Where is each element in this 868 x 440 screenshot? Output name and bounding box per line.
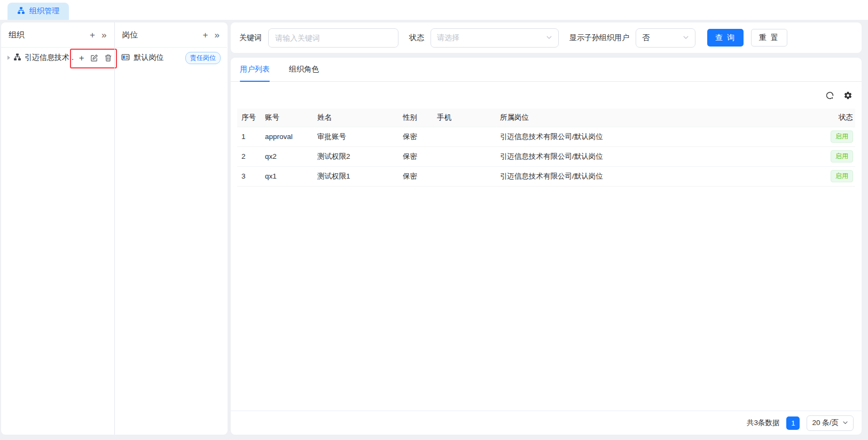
post-panel-header: 岗位 + » xyxy=(115,22,228,48)
cell-no: 2 xyxy=(237,146,261,166)
descendant-select-value: 否 xyxy=(642,33,650,43)
cell-name: 测试权限2 xyxy=(313,146,398,166)
tab-org-management[interactable]: 组织管理 xyxy=(7,3,69,20)
cell-name: 测试权限1 xyxy=(313,166,398,186)
status-badge: 启用 xyxy=(831,130,853,142)
descendant-label: 显示子孙组织用户 xyxy=(569,33,629,43)
settings-gear-icon[interactable] xyxy=(843,91,853,100)
col-header-no: 序号 xyxy=(237,109,261,127)
total-count-text: 共3条数据 xyxy=(747,418,780,428)
content-tabs: 用户列表 组织角色 xyxy=(231,58,862,82)
edit-org-icon[interactable] xyxy=(90,54,98,62)
tab-user-list[interactable]: 用户列表 xyxy=(240,58,270,81)
cell-phone xyxy=(433,166,496,186)
cell-no: 1 xyxy=(237,127,261,146)
left-panels-card: 组织 + » 引迈信息技术.. + xyxy=(1,22,228,435)
top-tab-strip: 组织管理 xyxy=(0,0,868,20)
col-header-post: 所属岗位 xyxy=(496,109,806,127)
col-header-status: 状态 xyxy=(806,109,855,127)
descendant-select[interactable]: 否 xyxy=(636,28,695,48)
post-badge: 责任岗位 xyxy=(185,52,221,64)
page-size-value: 20 条/页 xyxy=(812,418,839,428)
organization-tree-item[interactable]: 引迈信息技术.. + xyxy=(1,48,114,68)
col-header-account: 账号 xyxy=(261,109,313,127)
cell-account: approval xyxy=(261,127,313,146)
table-header-row: 序号 账号 姓名 性别 手机 所属岗位 状态 xyxy=(237,109,855,127)
org-node-icon xyxy=(13,53,21,63)
organization-panel-title: 组织 xyxy=(9,30,25,40)
organization-panel-header: 组织 + » xyxy=(1,22,114,48)
organization-panel: 组织 + » 引迈信息技术.. + xyxy=(1,22,114,435)
cell-phone xyxy=(433,127,496,146)
cell-account: qx1 xyxy=(261,166,313,186)
add-post-icon[interactable]: + xyxy=(203,30,208,40)
keyword-label: 关键词 xyxy=(239,33,262,43)
cell-gender: 保密 xyxy=(398,127,433,146)
collapse-post-panel-icon[interactable]: » xyxy=(215,30,220,40)
id-card-icon xyxy=(121,53,130,63)
table-toolbar xyxy=(231,82,862,109)
col-header-gender: 性别 xyxy=(398,109,433,127)
status-select[interactable]: 请选择 xyxy=(431,28,559,48)
refresh-icon[interactable] xyxy=(825,91,834,100)
cell-gender: 保密 xyxy=(398,146,433,166)
add-child-org-icon[interactable]: + xyxy=(79,53,84,63)
cell-post: 引迈信息技术有限公司/默认岗位 xyxy=(496,166,806,186)
org-chart-icon xyxy=(17,6,25,16)
expand-caret-icon[interactable] xyxy=(7,56,10,60)
tab-label: 组织管理 xyxy=(29,6,59,16)
col-header-phone: 手机 xyxy=(433,109,496,127)
filter-bar: 关键词 状态 请选择 显示子孙组织用户 否 查 询 重 置 xyxy=(231,22,862,53)
table-row[interactable]: 1 approval 审批账号 保密 引迈信息技术有限公司/默认岗位 启用 xyxy=(237,127,855,146)
cell-post: 引迈信息技术有限公司/默认岗位 xyxy=(496,146,806,166)
cell-no: 3 xyxy=(237,166,261,186)
post-list-item[interactable]: 默认岗位 责任岗位 xyxy=(115,48,228,68)
user-table: 序号 账号 姓名 性别 手机 所属岗位 状态 1 approval 审批账号 保… xyxy=(237,109,855,187)
reset-button[interactable]: 重 置 xyxy=(751,29,787,47)
cell-name: 审批账号 xyxy=(313,127,398,146)
chevron-down-icon xyxy=(683,34,689,42)
table-row[interactable]: 2 qx2 测试权限2 保密 引迈信息技术有限公司/默认岗位 启用 xyxy=(237,146,855,166)
organization-node-label: 引迈信息技术.. xyxy=(25,53,74,63)
table-row[interactable]: 3 qx1 测试权限1 保密 引迈信息技术有限公司/默认岗位 启用 xyxy=(237,166,855,186)
status-badge: 启用 xyxy=(831,150,853,162)
tab-org-roles[interactable]: 组织角色 xyxy=(289,58,319,81)
main-content-card: 用户列表 组织角色 序号 账号 姓名 xyxy=(231,58,862,435)
add-organization-icon[interactable]: + xyxy=(90,30,95,40)
keyword-input[interactable] xyxy=(268,28,398,48)
chevron-down-icon xyxy=(546,34,552,42)
cell-phone xyxy=(433,146,496,166)
post-item-label: 默认岗位 xyxy=(134,53,164,63)
status-badge: 启用 xyxy=(831,170,853,182)
cell-account: qx2 xyxy=(261,146,313,166)
post-panel-title: 岗位 xyxy=(122,30,138,40)
page-number-button[interactable]: 1 xyxy=(786,416,800,430)
page-size-select[interactable]: 20 条/页 xyxy=(807,415,854,431)
delete-org-icon[interactable] xyxy=(104,54,112,62)
cell-gender: 保密 xyxy=(398,166,433,186)
col-header-name: 姓名 xyxy=(313,109,398,127)
pagination-bar: 共3条数据 1 20 条/页 xyxy=(231,411,862,435)
post-panel: 岗位 + » 默认岗位 责任岗位 xyxy=(114,22,228,435)
search-button[interactable]: 查 询 xyxy=(707,29,744,47)
status-select-placeholder: 请选择 xyxy=(437,33,459,43)
cell-post: 引迈信息技术有限公司/默认岗位 xyxy=(496,127,806,146)
chevron-down-icon xyxy=(842,419,848,427)
collapse-panel-icon[interactable]: » xyxy=(101,30,106,40)
status-label: 状态 xyxy=(409,33,424,43)
